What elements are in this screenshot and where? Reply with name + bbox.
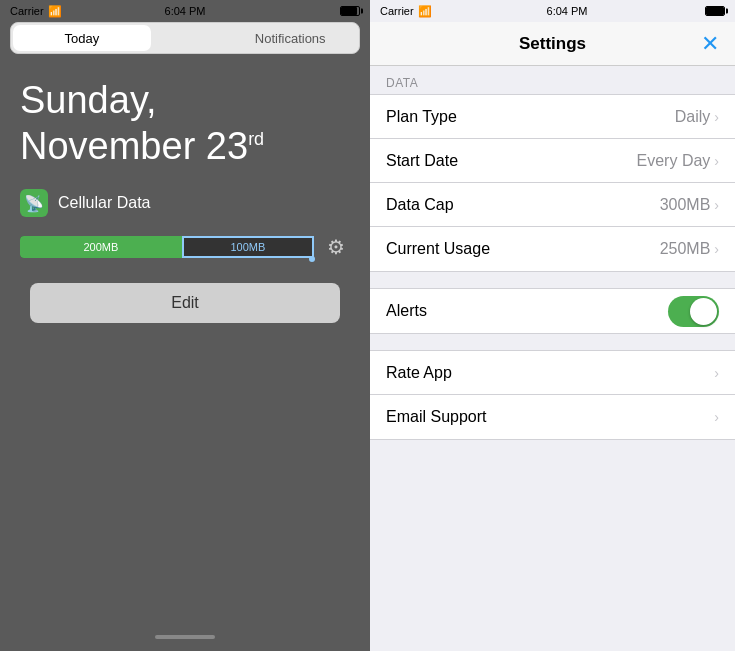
data-bar-container: 200MB 100MB ⚙ xyxy=(20,233,350,261)
plan-type-right: Daily › xyxy=(675,108,719,126)
alerts-group: Alerts xyxy=(370,288,735,334)
toggle-knob xyxy=(690,298,717,325)
left-battery xyxy=(340,6,360,16)
rate-app-chevron: › xyxy=(714,365,719,381)
edit-btn-wrap: Edit xyxy=(30,283,340,323)
left-battery-fill xyxy=(341,7,357,15)
left-battery-icon xyxy=(340,6,360,16)
data-bar-wrap[interactable]: 200MB 100MB xyxy=(20,236,314,258)
right-battery xyxy=(705,6,725,16)
date-line1: Sunday, xyxy=(20,79,157,121)
alerts-toggle[interactable] xyxy=(668,296,719,327)
alerts-label: Alerts xyxy=(386,302,427,320)
tab-today[interactable]: Today xyxy=(13,25,151,51)
left-carrier: Carrier xyxy=(10,5,44,17)
right-battery-fill xyxy=(706,7,724,15)
rate-app-label: Rate App xyxy=(386,364,452,382)
tab-bar: Today Notifications xyxy=(10,22,360,54)
current-usage-right: 250MB › xyxy=(660,240,719,258)
gear-button[interactable]: ⚙ xyxy=(322,233,350,261)
date-sup: rd xyxy=(248,129,264,149)
plan-type-label: Plan Type xyxy=(386,108,457,126)
start-date-right: Every Day › xyxy=(637,152,719,170)
left-status-bar: Carrier 📶 6:04 PM xyxy=(0,0,370,22)
email-support-row[interactable]: Email Support › xyxy=(370,395,735,439)
right-status-left: Carrier 📶 xyxy=(380,5,432,18)
right-battery-icon xyxy=(705,6,725,16)
cellular-icon: 📡 xyxy=(20,189,48,217)
tab-notifications[interactable]: Notifications xyxy=(221,23,359,53)
date-text: Sunday, November 23rd xyxy=(20,78,350,169)
alerts-row: Alerts xyxy=(370,289,735,333)
right-wifi-icon: 📶 xyxy=(418,5,432,18)
right-time: 6:04 PM xyxy=(547,5,588,17)
email-support-label: Email Support xyxy=(386,408,487,426)
start-date-chevron: › xyxy=(714,153,719,169)
plan-type-chevron: › xyxy=(714,109,719,125)
email-support-chevron: › xyxy=(714,409,719,425)
left-wifi-icon: 📶 xyxy=(48,5,62,18)
date-area: Sunday, November 23rd xyxy=(0,58,370,179)
data-settings-group: Plan Type Daily › Start Date Every Day ›… xyxy=(370,94,735,272)
plan-type-row[interactable]: Plan Type Daily › xyxy=(370,95,735,139)
right-status-bar: Carrier 📶 6:04 PM xyxy=(370,0,735,22)
data-bar-thumb xyxy=(309,256,315,262)
home-indicator xyxy=(155,635,215,639)
data-cap-chevron: › xyxy=(714,197,719,213)
left-status-left: Carrier 📶 xyxy=(10,5,62,18)
rate-app-row[interactable]: Rate App › xyxy=(370,351,735,395)
data-cap-row[interactable]: Data Cap 300MB › xyxy=(370,183,735,227)
current-usage-label: Current Usage xyxy=(386,240,490,258)
right-panel: Carrier 📶 6:04 PM Settings ✕ DATA Plan T… xyxy=(370,0,735,651)
start-date-value: Every Day xyxy=(637,152,711,170)
data-bar-used: 200MB xyxy=(20,236,182,258)
data-bar-remaining: 100MB xyxy=(182,236,314,258)
footer-group: Rate App › Email Support › xyxy=(370,350,735,440)
current-usage-value: 250MB xyxy=(660,240,711,258)
start-date-row[interactable]: Start Date Every Day › xyxy=(370,139,735,183)
section-data-header: DATA xyxy=(370,66,735,94)
current-usage-chevron: › xyxy=(714,241,719,257)
settings-title: Settings xyxy=(519,34,586,54)
data-cap-value: 300MB xyxy=(660,196,711,214)
start-date-label: Start Date xyxy=(386,152,458,170)
left-time: 6:04 PM xyxy=(165,5,206,17)
date-line2: November 23 xyxy=(20,125,248,167)
current-usage-row[interactable]: Current Usage 250MB › xyxy=(370,227,735,271)
tab-gap xyxy=(153,23,222,53)
data-cap-label: Data Cap xyxy=(386,196,454,214)
right-carrier: Carrier xyxy=(380,5,414,17)
data-cap-right: 300MB › xyxy=(660,196,719,214)
edit-button[interactable]: Edit xyxy=(30,283,340,323)
settings-header: Settings ✕ xyxy=(370,22,735,66)
cellular-label: Cellular Data xyxy=(58,194,150,212)
cellular-row: 📡 Cellular Data xyxy=(0,179,370,227)
left-panel: Carrier 📶 6:04 PM Today Notifications Su… xyxy=(0,0,370,651)
close-button[interactable]: ✕ xyxy=(701,31,719,57)
plan-type-value: Daily xyxy=(675,108,711,126)
